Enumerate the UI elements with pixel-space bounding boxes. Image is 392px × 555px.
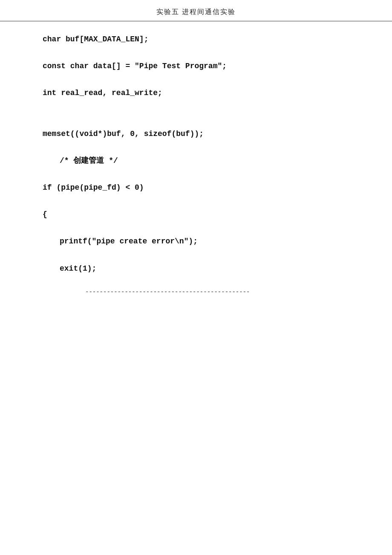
page-header: 实验五 进程间通信实验 — [0, 0, 392, 21]
code-line-8: printf("pipe create error\n"); — [43, 236, 349, 247]
code-line-1: char buf[MAX_DATA_LEN]; — [43, 34, 349, 45]
code-block-7: { — [43, 209, 349, 220]
code-line-5: /* 创建管道 */ — [43, 156, 349, 166]
code-content: char buf[MAX_DATA_LEN]; const char data[… — [0, 21, 392, 308]
code-block-9: exit(1); — [43, 263, 349, 274]
code-line-4: memset((void*)buf, 0, sizeof(buf)); — [43, 129, 349, 139]
code-line-9: exit(1); — [43, 263, 349, 274]
code-block-6: if (pipe(pipe_fd) < 0) — [43, 182, 349, 193]
code-line-6: if (pipe(pipe_fd) < 0) — [43, 182, 349, 193]
code-block-3: int real_read, real_write; — [43, 88, 349, 98]
page-title: 实验五 进程间通信实验 — [156, 8, 236, 15]
code-block-8: printf("pipe create error\n"); — [43, 236, 349, 247]
code-line-2: const char data[] = "Pipe Test Program"; — [43, 61, 349, 72]
page-container: 实验五 进程间通信实验 char buf[MAX_DATA_LEN]; cons… — [0, 0, 392, 555]
code-block-4: memset((void*)buf, 0, sizeof(buf)); — [43, 129, 349, 139]
code-block-2: const char data[] = "Pipe Test Program"; — [43, 61, 349, 72]
bottom-dashes: ----------------------------------------… — [85, 285, 349, 295]
code-block-5: /* 创建管道 */ — [43, 156, 349, 166]
code-block-1: char buf[MAX_DATA_LEN]; — [43, 34, 349, 45]
code-line-7: { — [43, 209, 349, 220]
code-line-3: int real_read, real_write; — [43, 88, 349, 98]
